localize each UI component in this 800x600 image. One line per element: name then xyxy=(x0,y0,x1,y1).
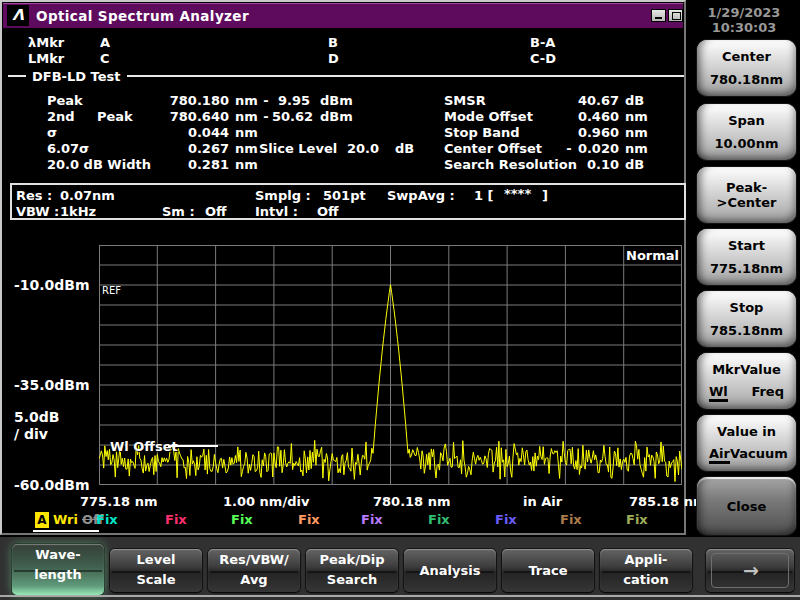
sweep-avg-value: 1 [ xyxy=(474,188,494,203)
result-unit: nm xyxy=(625,141,648,157)
active-trace-underline xyxy=(33,530,99,532)
time-display: 10:30:03 xyxy=(694,20,794,35)
ref-level-label: REF xyxy=(102,285,121,296)
marker-a-label: A xyxy=(100,35,110,50)
marker-b-a-label: B-A xyxy=(530,35,555,50)
tab-peak-dip-search[interactable]: Peak/DipSearch xyxy=(306,549,398,592)
tab-trace[interactable]: Trace xyxy=(502,549,594,592)
x-axis-div-label: 1.00 nm/div xyxy=(223,494,309,509)
wavelength-marker-label: λMkr xyxy=(28,35,64,50)
result-value: 40.67 xyxy=(577,93,619,109)
analysis-row: Search Resolution 0.10 dB xyxy=(2,157,688,173)
x-axis-medium-label: in Air xyxy=(523,494,562,509)
tab-analysis[interactable]: Analysis xyxy=(404,549,496,592)
sweep-avg-label: SwpAvg : xyxy=(387,188,455,203)
spectrum-plot[interactable] xyxy=(99,245,682,485)
y-axis-label-ref: -10.0dBm xyxy=(14,277,90,293)
result-label: Search Resolution xyxy=(444,157,577,173)
tab-application[interactable]: Appli-cation xyxy=(600,549,692,592)
analysis-row: Center Offset - 0.020 nm xyxy=(2,141,688,157)
trace-i-status[interactable]: Fix xyxy=(560,512,582,527)
menu-bottom-rule xyxy=(0,595,800,597)
result-label: Mode Offset xyxy=(444,109,533,125)
result-label: SMSR xyxy=(444,93,486,109)
res-value: 0.07nm xyxy=(60,188,115,203)
analysis-section-header: DFB-LD Test xyxy=(8,68,684,84)
trace-j-status[interactable]: Fix xyxy=(626,512,648,527)
tab-res-vbw-avg[interactable]: Res/VBW/Avg xyxy=(208,549,300,592)
sampling-value: 501pt xyxy=(323,188,366,203)
maximize-icon[interactable] xyxy=(668,9,683,22)
header-rule-right xyxy=(127,75,685,77)
vbw-label: VBW : xyxy=(16,204,59,219)
osa-main-window: Λ Optical Spectrum Analyzer λMkr A B B-A… xyxy=(0,0,686,535)
result-value: 0.960 xyxy=(577,125,619,141)
result-value: 0.020 xyxy=(577,141,619,157)
result-value: 0.460 xyxy=(577,109,619,125)
titlebar: Λ Optical Spectrum Analyzer xyxy=(3,3,683,28)
tab-wavelength[interactable]: Wave-length xyxy=(12,544,104,595)
date-display: 1/29/2023 xyxy=(694,5,794,20)
trace-d-status[interactable]: Fix xyxy=(231,512,253,527)
menu-more-arrow-button[interactable]: → xyxy=(706,549,794,592)
softkey-span[interactable]: Span 10.00nm xyxy=(697,104,796,160)
header-rule-left xyxy=(8,75,26,77)
analysis-function-name: DFB-LD Test xyxy=(30,69,127,84)
option-air[interactable]: Air xyxy=(709,446,730,464)
result-label: Stop Band xyxy=(444,125,520,141)
trace-c-status[interactable]: Fix xyxy=(165,512,187,527)
trace-b-status[interactable]: Fix xyxy=(96,512,118,527)
function-menu-bar: Wave-length LevelScale Res/VBW/Avg Peak/… xyxy=(0,537,800,600)
softkey-stop[interactable]: Stop 785.18nm xyxy=(697,291,796,347)
x-axis-center-label: 780.18 nm xyxy=(373,494,451,509)
analysis-row: Stop Band 0.960 nm xyxy=(2,125,688,141)
softkey-marker-value[interactable]: MkrValue Wl Freq xyxy=(697,353,796,409)
marker-c-d-label: C-D xyxy=(530,51,556,66)
y-scale-per-div: 5.0dB xyxy=(14,409,60,425)
x-axis-start-label: 775.18 nm xyxy=(80,494,158,509)
marker-d-label: D xyxy=(328,51,339,66)
active-trace-mode[interactable]: Wri xyxy=(53,512,78,527)
right-arrow-icon: → xyxy=(706,549,794,592)
smoothing-label: Sm : xyxy=(162,204,195,219)
x-axis-stop-label: 785.18 nm xyxy=(629,494,707,509)
option-vacuum[interactable]: Vacuum xyxy=(730,446,788,464)
active-trace-badge[interactable]: A xyxy=(35,512,49,528)
spectrum-trace-canvas xyxy=(99,245,682,485)
marker-b-label: B xyxy=(328,35,338,50)
result-sign: - xyxy=(563,141,575,157)
analysis-row: Mode Offset 0.460 nm xyxy=(2,109,688,125)
softkey-peak-to-center[interactable]: Peak->Center xyxy=(697,167,796,223)
osa-screen: Λ Optical Spectrum Analyzer λMkr A B B-A… xyxy=(0,0,800,600)
trace-e-status[interactable]: Fix xyxy=(298,512,320,527)
softkey-center[interactable]: Center 780.18nm xyxy=(697,40,796,96)
trace-h-status[interactable]: Fix xyxy=(495,512,517,527)
wavelength-offset-tick xyxy=(168,445,218,447)
tab-level-scale[interactable]: LevelScale xyxy=(110,549,202,592)
trace-g-status[interactable]: Fix xyxy=(428,512,450,527)
analysis-row: SMSR 40.67 dB xyxy=(2,93,688,109)
brand-logo-icon: Λ xyxy=(7,5,29,26)
y-axis-label-mid: -35.0dBm xyxy=(14,377,90,393)
result-unit: nm xyxy=(625,125,648,141)
window-title: Optical Spectrum Analyzer xyxy=(36,8,249,24)
level-marker-label: LMkr xyxy=(28,51,64,66)
option-frequency[interactable]: Freq xyxy=(751,384,784,402)
sampling-label: Smplg : xyxy=(255,188,311,203)
softkey-value-in[interactable]: Value in Air Vacuum xyxy=(697,415,796,471)
interval-label: Intvl : xyxy=(255,204,298,219)
result-unit: nm xyxy=(625,109,648,125)
result-label: Center Offset xyxy=(444,141,542,157)
minimize-icon[interactable] xyxy=(651,9,666,22)
marker-c-label: C xyxy=(100,51,110,66)
smoothing-value: Off xyxy=(205,204,227,219)
option-wavelength[interactable]: Wl xyxy=(709,384,728,402)
result-value: 0.10 xyxy=(577,157,619,173)
softkey-close[interactable]: Close xyxy=(697,477,796,535)
res-label: Res : xyxy=(16,188,52,203)
y-scale-per-div-2: / div xyxy=(14,426,48,442)
softkey-start[interactable]: Start 775.18nm xyxy=(697,229,796,285)
trace-f-status[interactable]: Fix xyxy=(361,512,383,527)
result-unit: dB xyxy=(625,93,644,109)
display-mode-label: Normal xyxy=(587,248,679,263)
